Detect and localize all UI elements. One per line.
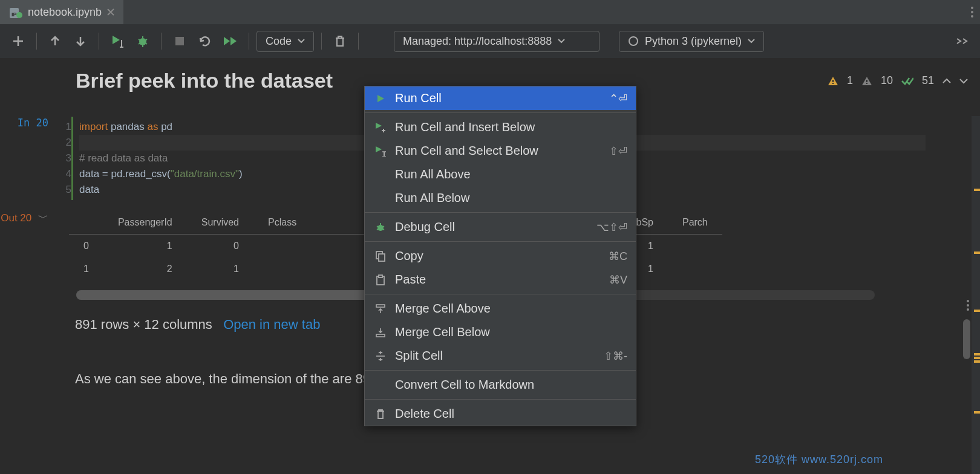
separator xyxy=(321,33,322,50)
play-icon xyxy=(373,94,388,103)
add-cell-button[interactable] xyxy=(7,30,29,52)
svg-rect-9 xyxy=(832,80,834,82)
svg-rect-12 xyxy=(866,83,867,84)
menu-divider xyxy=(365,399,636,400)
prev-highlight-icon[interactable] xyxy=(942,78,951,84)
input-prompt: In 20 xyxy=(0,117,54,200)
svg-point-8 xyxy=(629,37,638,45)
separator xyxy=(358,33,359,50)
menu-divider xyxy=(365,112,636,113)
collapse-output-icon[interactable]: ﹀ xyxy=(35,212,48,224)
menu-merge-below[interactable]: Merge Cell Below xyxy=(365,320,636,344)
svg-rect-19 xyxy=(376,334,385,337)
svg-point-5 xyxy=(971,15,973,18)
menu-merge-above[interactable]: Merge Cell Above xyxy=(365,297,636,320)
svg-rect-11 xyxy=(866,80,867,82)
tab-bar-overflow-icon[interactable] xyxy=(964,6,980,18)
menu-paste[interactable]: Paste ⌘V xyxy=(365,268,636,291)
menu-debug-cell[interactable]: Debug Cell ⌥⇧⏎ xyxy=(365,215,636,239)
tab-bar: IP notebook.ipynb xyxy=(0,0,980,24)
output-prompt: Out 20 ﹀ xyxy=(0,211,54,389)
svg-point-6 xyxy=(139,38,146,45)
svg-rect-17 xyxy=(379,275,382,278)
svg-rect-15 xyxy=(379,254,385,261)
svg-text:IP: IP xyxy=(11,11,17,18)
menu-divider xyxy=(365,294,636,294)
watermark: 520软件 www.520rj.com xyxy=(755,452,883,467)
jupyter-file-icon: IP xyxy=(8,5,23,19)
toolbar-overflow-button[interactable] xyxy=(951,30,973,52)
line-numbers: 1 2 3 4 5 xyxy=(54,117,71,200)
delete-cell-button[interactable] xyxy=(329,30,351,52)
notebook-toolbar: Code Managed: http://localhost:8888 Pyth… xyxy=(0,24,980,58)
svg-point-2 xyxy=(16,12,22,18)
move-up-button[interactable] xyxy=(44,30,66,52)
menu-convert-markdown[interactable]: Convert Cell to Markdown xyxy=(365,373,636,397)
cell-type-label: Code xyxy=(266,35,292,48)
check-green-count: 51 xyxy=(922,74,934,87)
play-cursor-icon xyxy=(373,146,388,157)
server-label: Managed: http://localhost:8888 xyxy=(403,35,552,48)
warn-gray-count: 10 xyxy=(881,74,893,87)
kernel-status-icon xyxy=(628,36,639,47)
menu-divider xyxy=(365,241,636,242)
close-icon[interactable] xyxy=(106,8,115,16)
paste-icon xyxy=(373,274,388,285)
move-down-button[interactable] xyxy=(70,30,91,52)
copy-icon xyxy=(373,251,388,262)
split-icon xyxy=(373,351,388,361)
restart-kernel-button[interactable] xyxy=(194,30,216,52)
cell-type-dropdown[interactable]: Code xyxy=(256,31,314,52)
vertical-scrollbar-thumb[interactable] xyxy=(963,319,970,359)
merge-above-icon xyxy=(373,304,388,314)
chevron-down-icon xyxy=(558,39,565,44)
warning-gray-icon xyxy=(861,76,872,86)
separator xyxy=(249,33,249,50)
svg-point-3 xyxy=(971,7,973,9)
menu-divider xyxy=(365,370,636,371)
merge-below-icon xyxy=(373,328,388,337)
cell-more-icon[interactable] xyxy=(967,300,969,311)
run-all-button[interactable] xyxy=(220,30,241,52)
trash-icon xyxy=(373,409,388,420)
menu-delete-cell[interactable]: Delete Cell xyxy=(365,402,636,426)
svg-point-13 xyxy=(377,225,384,231)
menu-run-select-below[interactable]: Run Cell and Select Below ⇧⏎ xyxy=(365,139,636,163)
separator xyxy=(36,33,37,50)
tab-label: notebook.ipynb xyxy=(28,6,102,19)
chevron-down-icon xyxy=(298,39,305,44)
menu-run-all-above[interactable]: Run All Above xyxy=(365,163,636,186)
kernel-dropdown[interactable]: Python 3 (ipykernel) xyxy=(619,31,764,52)
play-plus-icon xyxy=(373,122,388,133)
inspection-widget[interactable]: 1 10 51 xyxy=(828,74,968,87)
kernel-label: Python 3 (ipykernel) xyxy=(645,35,742,48)
warning-yellow-icon xyxy=(828,76,838,86)
open-in-new-tab-link[interactable]: Open in new tab xyxy=(223,317,320,332)
file-tab[interactable]: IP notebook.ipynb xyxy=(0,0,123,24)
run-cell-button[interactable] xyxy=(106,30,128,52)
separator xyxy=(99,33,99,50)
separator xyxy=(161,33,162,50)
svg-rect-7 xyxy=(175,37,184,45)
svg-point-4 xyxy=(971,11,973,13)
menu-divider xyxy=(365,212,636,213)
debug-button[interactable] xyxy=(132,30,154,52)
check-green-icon xyxy=(901,76,913,86)
menu-copy[interactable]: Copy ⌘C xyxy=(365,244,636,268)
context-menu: Run Cell ⌃⏎ Run Cell and Insert Below Ru… xyxy=(364,86,636,426)
stop-button[interactable] xyxy=(169,30,191,52)
bug-icon xyxy=(373,222,388,233)
menu-run-all-below[interactable]: Run All Below xyxy=(365,186,636,210)
svg-rect-10 xyxy=(832,83,834,84)
jupyter-server-dropdown[interactable]: Managed: http://localhost:8888 xyxy=(394,31,599,52)
next-highlight-icon[interactable] xyxy=(959,78,968,84)
menu-split-cell[interactable]: Split Cell ⇧⌘- xyxy=(365,344,636,368)
chevron-down-icon xyxy=(748,39,755,44)
svg-rect-18 xyxy=(376,305,385,307)
markdown-heading: Brief peek into the dataset xyxy=(76,69,333,93)
warn-yellow-count: 1 xyxy=(847,74,853,87)
menu-run-insert-below[interactable]: Run Cell and Insert Below xyxy=(365,115,636,139)
menu-run-cell[interactable]: Run Cell ⌃⏎ xyxy=(365,86,636,110)
error-stripe-gutter[interactable] xyxy=(972,116,980,474)
